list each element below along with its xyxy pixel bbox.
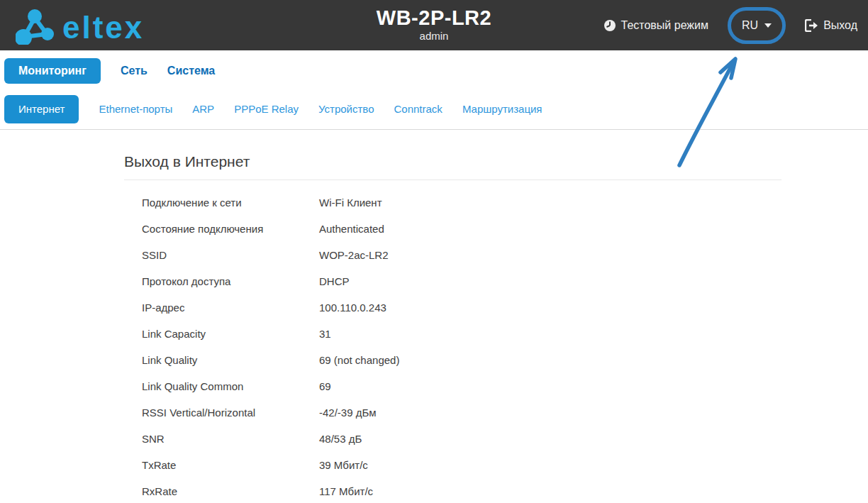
page-title: Выход в Интернет (124, 153, 781, 180)
table-row: TxRate 39 Мбит/с (124, 452, 781, 478)
table-row: SNR 48/53 дБ (124, 426, 781, 452)
logout-label: Выход (823, 19, 857, 32)
row-value: 69 (not changed) (319, 353, 781, 367)
subtab-device[interactable]: Устройство (318, 102, 374, 116)
row-label: Состояние подключения (142, 222, 319, 236)
table-row: Состояние подключения Authenticated (124, 216, 781, 242)
row-value: -42/-39 дБм (319, 406, 781, 419)
row-value: Wi-Fi Клиент (319, 196, 781, 209)
row-label: TxRate (142, 458, 319, 472)
table-row: Link Quality Common 69 (124, 373, 781, 399)
row-value: 117 Мбит/с (319, 485, 781, 498)
brand-text: eltex (62, 10, 144, 45)
subtab-ethernet-ports[interactable]: Ethernet-порты (99, 102, 172, 116)
row-label: Протокол доступа (142, 275, 319, 288)
main-content: Выход в Интернет Подключение к сети Wi-F… (124, 153, 781, 503)
row-label: SSID (142, 248, 319, 262)
table-row: RSSI Vertical/Horizontal -42/-39 дБм (124, 399, 781, 426)
row-label: Подключение к сети (142, 196, 319, 209)
test-mode-indicator[interactable]: Тестовый режим (603, 19, 708, 32)
table-row: RxRate 117 Мбит/с (124, 478, 781, 503)
logout-button[interactable]: Выход (805, 19, 857, 32)
row-value: WOP-2ac-LR2 (319, 248, 781, 262)
row-value: Authenticated (319, 222, 781, 236)
logout-icon (805, 19, 818, 32)
subtab-internet[interactable]: Интернет (4, 95, 79, 123)
app-header: eltex WB-2P-LR2 admin Тестовый режим RU (0, 0, 868, 50)
row-value: 48/53 дБ (319, 432, 781, 446)
table-row: SSID WOP-2ac-LR2 (124, 242, 781, 268)
subtab-pppoe-relay[interactable]: PPPoE Relay (234, 102, 299, 116)
row-label: RxRate (142, 485, 319, 498)
table-row: Подключение к сети Wi-Fi Клиент (124, 189, 781, 216)
row-value: 69 (319, 380, 781, 393)
row-value: 100.110.0.243 (319, 301, 781, 314)
row-value: 31 (319, 327, 781, 341)
language-label: RU (742, 19, 758, 32)
tab-network[interactable]: Сеть (121, 64, 148, 78)
test-mode-label: Тестовый режим (621, 19, 708, 32)
row-value: 39 Мбит/с (319, 458, 781, 472)
language-selector[interactable]: RU (732, 19, 781, 32)
table-row: IP-адрес 100.110.0.243 (124, 294, 781, 321)
header-menu: Тестовый режим RU Выход (603, 0, 857, 50)
device-title-block: WB-2P-LR2 admin (377, 6, 491, 43)
row-label: Link Quality (142, 353, 319, 367)
eltex-molecule-icon: eltex (16, 6, 184, 45)
chevron-down-icon (764, 23, 772, 28)
subtab-arp[interactable]: ARP (192, 102, 214, 116)
eltex-logo[interactable]: eltex (16, 6, 184, 48)
row-label: Link Quality Common (142, 380, 319, 393)
table-row: Link Capacity 31 (124, 321, 781, 347)
device-title: WB-2P-LR2 (377, 6, 491, 30)
main-nav: Мониторинг Сеть Система (0, 50, 868, 92)
row-label: Link Capacity (142, 327, 319, 341)
sub-nav: Интернет Ethernet-порты ARP PPPoE Relay … (0, 92, 868, 130)
row-label: SNR (142, 432, 319, 446)
logged-in-user: admin (377, 30, 491, 43)
tab-system[interactable]: Система (167, 64, 215, 78)
internet-status-table: Подключение к сети Wi-Fi Клиент Состояни… (124, 189, 781, 503)
table-row: Link Quality 69 (not changed) (124, 347, 781, 373)
clock-icon (603, 19, 616, 32)
table-row: Протокол доступа DHCP (124, 268, 781, 294)
subtab-routing[interactable]: Маршрутизация (462, 102, 542, 116)
tab-monitoring[interactable]: Мониторинг (4, 58, 101, 84)
row-value: DHCP (319, 275, 781, 288)
row-label: RSSI Vertical/Horizontal (142, 406, 319, 419)
subtab-conntrack[interactable]: Conntrack (394, 102, 443, 116)
row-label: IP-адрес (142, 301, 319, 314)
